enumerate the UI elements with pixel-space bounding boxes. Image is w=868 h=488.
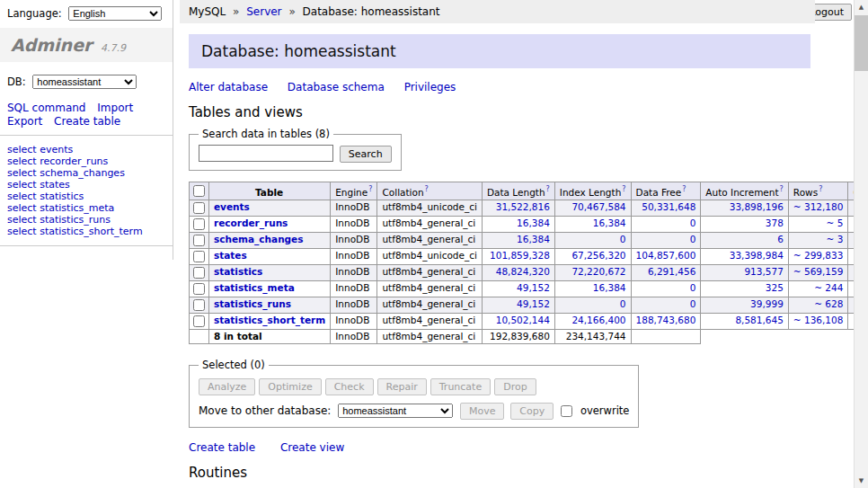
index-length-link[interactable]: 16,384 [593, 217, 626, 228]
table-name-link[interactable]: statistics [214, 266, 262, 277]
table-name-link[interactable]: statistics_runs [214, 298, 291, 309]
data-length-link[interactable]: 48,824,320 [496, 266, 550, 277]
rows-count-link[interactable]: ~ 244 [814, 282, 843, 293]
language-select[interactable]: English [68, 6, 162, 21]
bulk-optimize-button[interactable]: Optimize [259, 378, 321, 395]
bulk-truncate-button[interactable]: Truncate [430, 378, 491, 395]
auto-increment-link[interactable]: 378 [766, 217, 784, 228]
row-checkbox[interactable] [193, 202, 205, 214]
bulk-drop-button[interactable]: Drop [494, 378, 536, 395]
data-free-link[interactable]: 188,743,680 [636, 315, 696, 325]
data-length-link[interactable]: 101,859,328 [490, 250, 550, 261]
create-view-link[interactable]: Create view [280, 441, 344, 454]
alter-database-link[interactable]: Alter database [189, 81, 268, 93]
help-link[interactable]: ? [819, 185, 822, 193]
breadcrumb-server-link[interactable]: Server [246, 5, 281, 18]
sidebar-link-export[interactable]: Export [7, 115, 42, 128]
sidebar-link-sql-command[interactable]: SQL command [7, 102, 85, 114]
auto-increment-link[interactable]: 325 [766, 282, 784, 293]
adminer-logo-link[interactable]: Adminer [11, 35, 92, 55]
table-name-link[interactable]: schema_changes [214, 234, 304, 244]
sidebar-table-link[interactable]: select statistics_meta [7, 202, 114, 214]
data-length-link[interactable]: 16,384 [517, 234, 550, 244]
data-free-link[interactable]: 0 [690, 282, 696, 293]
sidebar-table-link[interactable]: select recorder_runs [7, 155, 108, 167]
sidebar-table-link[interactable]: select events [7, 144, 73, 155]
data-free-link[interactable]: 0 [690, 234, 696, 244]
table-name-link[interactable]: states [214, 250, 247, 261]
row-checkbox[interactable] [193, 235, 205, 246]
auto-increment-link[interactable]: 6 [777, 234, 784, 244]
data-free-link[interactable]: 6,291,456 [648, 266, 695, 277]
rows-count-link[interactable]: ~ 5 [827, 217, 844, 228]
privileges-link[interactable]: Privileges [404, 81, 456, 93]
help-link[interactable]: ? [682, 185, 686, 193]
index-length-link[interactable]: 0 [620, 298, 626, 309]
data-length-link[interactable]: 10,502,144 [496, 315, 550, 325]
data-free-link[interactable]: 50,331,648 [642, 201, 695, 212]
data-length-link[interactable]: 31,522,816 [496, 201, 550, 212]
copy-button[interactable]: Copy [510, 403, 554, 420]
help-link[interactable]: ? [368, 185, 372, 193]
row-checkbox[interactable] [193, 299, 205, 311]
vertical-scrollbar[interactable]: ▲ ▼ [854, 0, 868, 488]
create-table-link[interactable]: Create table [189, 441, 255, 454]
select-all-checkbox[interactable] [193, 185, 205, 197]
rows-count-link[interactable]: ~ 569,159 [793, 266, 844, 277]
sidebar-table-link[interactable]: select states [7, 179, 70, 191]
auto-increment-link[interactable]: 39,999 [750, 298, 784, 309]
scrollbar-down-arrow[interactable]: ▼ [855, 474, 868, 488]
db-select[interactable]: homeassistant [32, 75, 137, 89]
index-length-link[interactable]: 72,220,672 [571, 266, 625, 277]
bulk-check-button[interactable]: Check [325, 378, 374, 395]
index-length-link[interactable]: 67,256,320 [571, 250, 625, 261]
scrollbar-thumb[interactable] [855, 15, 868, 71]
move-db-select[interactable]: homeassistant [338, 404, 453, 418]
data-free-link[interactable]: 0 [690, 217, 696, 228]
rows-count-link[interactable]: ~ 312,180 [793, 201, 844, 212]
data-length-link[interactable]: 16,384 [517, 217, 550, 228]
sidebar-link-create-table[interactable]: Create table [54, 115, 120, 128]
auto-increment-link[interactable]: 913,577 [744, 266, 783, 277]
row-checkbox[interactable] [193, 218, 205, 230]
sidebar-link-import[interactable]: Import [97, 102, 133, 114]
row-checkbox[interactable] [193, 267, 205, 279]
rows-count-link[interactable]: ~ 299,833 [793, 250, 844, 261]
help-link[interactable]: ? [546, 185, 550, 193]
sidebar-table-link[interactable]: select statistics [7, 191, 84, 202]
search-button[interactable]: Search [340, 146, 392, 163]
rows-count-link[interactable]: ~ 628 [814, 298, 843, 309]
row-checkbox[interactable] [193, 315, 205, 327]
help-link[interactable]: ? [425, 185, 429, 193]
auto-increment-link[interactable]: 33,398,984 [730, 250, 784, 261]
sidebar-table-link[interactable]: select statistics_short_term [7, 226, 143, 237]
scrollbar-up-arrow[interactable]: ▲ [855, 0, 868, 14]
search-input[interactable] [199, 145, 333, 162]
data-length-link[interactable]: 49,152 [517, 298, 550, 309]
bulk-analyze-button[interactable]: Analyze [199, 378, 255, 395]
index-length-link[interactable]: 24,166,400 [571, 315, 625, 325]
table-name-link[interactable]: statistics_short_term [214, 315, 325, 325]
overwrite-checkbox[interactable] [561, 405, 572, 417]
database-schema-link[interactable]: Database schema [288, 81, 385, 93]
sidebar-table-link[interactable]: select statistics_runs [7, 214, 111, 226]
help-link[interactable]: ? [780, 185, 784, 193]
index-length-link[interactable]: 16,384 [593, 282, 626, 293]
index-length-link[interactable]: 70,467,584 [571, 201, 625, 212]
row-checkbox[interactable] [193, 283, 205, 295]
table-name-link[interactable]: statistics_meta [214, 282, 295, 293]
auto-increment-link[interactable]: 33,898,196 [730, 201, 784, 212]
auto-increment-link[interactable]: 8,581,645 [735, 315, 783, 325]
rows-count-link[interactable]: ~ 136,108 [793, 315, 844, 325]
help-link[interactable]: ? [622, 185, 625, 193]
data-length-link[interactable]: 49,152 [517, 282, 550, 293]
table-name-link[interactable]: recorder_runs [214, 217, 288, 228]
data-free-link[interactable]: 104,857,600 [636, 250, 696, 261]
index-length-link[interactable]: 0 [620, 234, 626, 244]
move-button[interactable]: Move [460, 403, 505, 420]
table-name-link[interactable]: events [214, 201, 250, 212]
rows-count-link[interactable]: ~ 3 [827, 234, 844, 244]
bulk-repair-button[interactable]: Repair [377, 378, 427, 395]
row-checkbox[interactable] [193, 251, 205, 262]
data-free-link[interactable]: 0 [690, 298, 696, 309]
